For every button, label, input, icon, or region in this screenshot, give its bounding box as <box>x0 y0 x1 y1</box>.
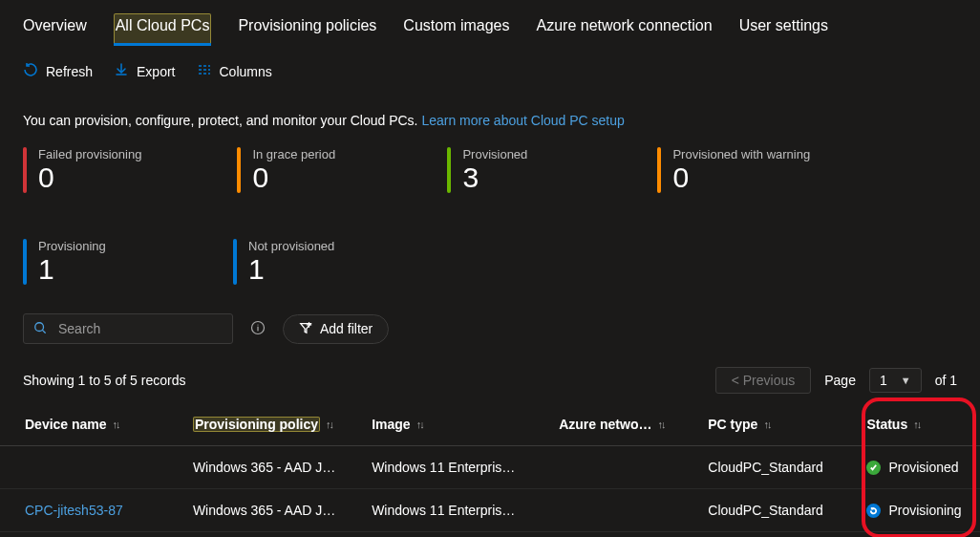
col-image[interactable]: Image↑↓ <box>362 403 549 446</box>
tab-azure-network-connection[interactable]: Azure network connection <box>537 13 713 46</box>
columns-icon <box>197 62 212 80</box>
kpi-bar <box>237 147 241 193</box>
export-button[interactable]: Export <box>114 62 175 80</box>
kpi-label: Not provisioned <box>248 239 334 253</box>
previous-button[interactable]: < Previous <box>715 367 812 394</box>
col-status[interactable]: Status↑↓ <box>857 403 980 446</box>
kpi-label: Provisioned <box>462 147 527 161</box>
kpi-bar <box>233 239 237 285</box>
tab-all-cloud-pcs[interactable]: All Cloud PCs <box>114 13 212 46</box>
kpi-label: In grace period <box>252 147 335 161</box>
kpi-bar <box>657 147 661 193</box>
image-cell: Windows 11 Enterpris… <box>372 503 515 518</box>
type-cell: CloudPC_Standard <box>708 503 823 518</box>
tab-bar: Overview All Cloud PCs Provisioning poli… <box>0 0 980 47</box>
filter-icon <box>299 321 312 337</box>
results-table: Device name↑↓ Provisioning policy↑↓ Imag… <box>0 403 980 532</box>
kpi-provisioned-with-warning[interactable]: Provisioned with warning 0 <box>657 147 810 193</box>
toolbar: Refresh Export Columns <box>0 47 980 90</box>
kpi-value: 0 <box>38 161 141 193</box>
refresh-icon <box>23 62 38 80</box>
intro-text: You can provision, configure, protect, a… <box>0 90 980 128</box>
col-device-name[interactable]: Device name↑↓ <box>0 403 183 446</box>
kpi-label: Failed provisioning <box>38 147 141 161</box>
tab-user-settings[interactable]: User settings <box>739 13 828 46</box>
download-icon <box>114 62 129 80</box>
add-filter-label: Add filter <box>320 321 373 336</box>
showing-text: Showing 1 to 5 of 5 records <box>23 373 185 388</box>
kpi-label: Provisioning <box>38 239 106 253</box>
controls-row: Add filter <box>0 285 980 344</box>
of-label: of 1 <box>935 373 957 388</box>
export-label: Export <box>137 64 175 79</box>
info-icon[interactable] <box>250 320 266 338</box>
col-provisioning-policy[interactable]: Provisioning policy↑↓ <box>183 403 362 446</box>
chevron-down-icon: ▼ <box>901 375 911 386</box>
col-azure-network[interactable]: Azure netwo…↑↓ <box>549 403 698 446</box>
kpi-value: 1 <box>38 253 106 285</box>
table-row[interactable]: CPC-jitesh53-87 Windows 365 - AAD J… Win… <box>0 489 980 532</box>
col-pc-type[interactable]: PC type↑↓ <box>698 403 857 446</box>
kpi-value: 0 <box>672 161 810 193</box>
status-text: Provisioned <box>888 460 958 475</box>
search-input[interactable] <box>56 320 223 337</box>
status-success-icon <box>866 461 881 475</box>
page-value: 1 <box>880 373 887 388</box>
kpi-bar <box>23 147 27 193</box>
search-box[interactable] <box>23 313 233 344</box>
type-cell: CloudPC_Standard <box>708 460 823 475</box>
status-text: Provisioning <box>888 503 961 518</box>
columns-button[interactable]: Columns <box>197 62 272 80</box>
page-select[interactable]: 1 ▼ <box>869 368 922 393</box>
kpi-bar <box>447 147 451 193</box>
kpi-bar <box>23 239 27 285</box>
kpi-not-provisioned[interactable]: Not provisioned 1 <box>233 239 376 285</box>
kpi-value: 1 <box>248 253 334 285</box>
tab-custom-images[interactable]: Custom images <box>403 13 509 46</box>
kpi-value: 0 <box>252 161 335 193</box>
columns-label: Columns <box>220 64 272 79</box>
kpi-value: 3 <box>462 161 527 193</box>
status-progress-icon <box>866 504 881 518</box>
meta-row: Showing 1 to 5 of 5 records < Previous P… <box>0 344 980 394</box>
kpi-label: Provisioned with warning <box>672 147 810 161</box>
table-wrap: Device name↑↓ Provisioning policy↑↓ Imag… <box>0 394 980 532</box>
image-cell: Windows 11 Enterpris… <box>372 460 515 475</box>
refresh-label: Refresh <box>46 64 93 79</box>
device-name-link[interactable]: CPC-jitesh53-87 <box>25 503 123 518</box>
policy-cell: Windows 365 - AAD J… <box>193 460 335 475</box>
kpi-provisioned[interactable]: Provisioned 3 <box>447 147 562 193</box>
tab-overview[interactable]: Overview <box>23 13 87 46</box>
tab-provisioning-policies[interactable]: Provisioning policies <box>238 13 376 46</box>
learn-more-link[interactable]: Learn more about Cloud PC setup <box>421 113 624 128</box>
search-icon <box>33 321 47 337</box>
kpi-failed-provisioning[interactable]: Failed provisioning 0 <box>23 147 141 193</box>
table-row[interactable]: Windows 365 - AAD J… Windows 11 Enterpri… <box>0 446 980 489</box>
add-filter-button[interactable]: Add filter <box>283 314 389 344</box>
intro-sentence: You can provision, configure, protect, a… <box>23 113 421 128</box>
kpi-in-grace-period[interactable]: In grace period 0 <box>237 147 352 193</box>
pager: < Previous Page 1 ▼ of 1 <box>715 367 957 394</box>
kpi-row: Failed provisioning 0 In grace period 0 … <box>0 128 980 285</box>
refresh-button[interactable]: Refresh <box>23 62 93 80</box>
kpi-provisioning[interactable]: Provisioning 1 <box>23 239 138 285</box>
policy-cell: Windows 365 - AAD J… <box>193 503 335 518</box>
page-label: Page <box>824 373 856 388</box>
